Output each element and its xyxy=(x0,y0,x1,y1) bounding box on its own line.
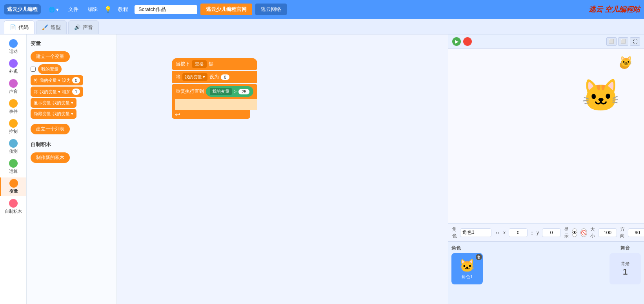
size-label: 大小 xyxy=(590,226,595,239)
section-variables: 变量 xyxy=(31,40,113,47)
costume-icon: 🖌️ xyxy=(42,24,48,30)
make-block-btn[interactable]: 制作新的积木 xyxy=(31,152,70,163)
green-flag-btn[interactable]: ▶ xyxy=(452,37,461,46)
globe-btn[interactable]: 🌐 ▾ xyxy=(45,5,62,14)
bg-label: 背景 xyxy=(621,261,629,267)
set-var-block-row: 将 我的变量 ▾ 设为 0 xyxy=(31,75,113,85)
fullscreen-btn[interactable]: ⛶ xyxy=(630,37,640,46)
set-var-block[interactable]: 将 我的变量 ▾ 设为 0 xyxy=(31,75,83,85)
file-btn[interactable]: 文件 xyxy=(65,4,82,14)
y-input[interactable] xyxy=(542,228,561,237)
stage-area: ▶ ⬜ ⬜ ⛶ 🐱 🐱 xyxy=(448,34,644,304)
tab-sound[interactable]: 🔊 声音 xyxy=(68,20,99,34)
sprite-card-1[interactable]: 🗑 🐱 角色1 xyxy=(451,253,483,284)
navbar: 逃云少儿编程 🌐 ▾ 文件 编辑 💡 教程 逃云少儿编程官网 逃云网络 逃云 空… xyxy=(0,0,644,19)
sidebar-item-variables[interactable]: 变量 xyxy=(0,177,26,196)
repeat-until-wrapper: 重复执行直到 我的变量 > 25 ↩ xyxy=(172,84,257,119)
stage-view-btns: ⬜ ⬜ ⛶ xyxy=(606,37,640,46)
sidebar-item-looks[interactable]: 外观 xyxy=(0,58,26,76)
hat-key: 空格 xyxy=(192,60,207,68)
sidebar-item-operators[interactable]: 运算 xyxy=(0,157,26,176)
red-stop-btn[interactable] xyxy=(463,37,472,46)
hide-var-block-row: 隐藏变量 我的变量 ▾ xyxy=(31,109,113,119)
script-area[interactable]: 当按下 空格 键 将 我的变量 ▾ 设为 0 重复执行直到 xyxy=(117,34,448,304)
section-myblocks: 自制积木 xyxy=(31,141,113,148)
sidebar-item-myblocks[interactable]: 自制积木 xyxy=(0,197,26,216)
y-arrow-icon: ↕ xyxy=(531,230,533,236)
stage-card[interactable]: 背景 1 xyxy=(609,253,641,284)
change-val: 1 xyxy=(72,89,80,95)
small-cat-sprite: 🐱 xyxy=(617,56,632,74)
large-stage-btn[interactable]: ⬜ xyxy=(618,37,628,46)
tutorial-icon: 💡 xyxy=(104,6,112,13)
tabbar: 📄 代码 🖌️ 造型 🔊 声音 xyxy=(0,19,644,34)
xy-icon: ↔ xyxy=(495,230,500,236)
cond-val: 25 xyxy=(238,89,249,94)
stage-canvas: 🐱 🐱 xyxy=(448,49,644,223)
set-val-num: 0 xyxy=(221,74,229,80)
sidebar-item-sound[interactable]: 声音 xyxy=(0,78,26,96)
sprites-panel: 角色 🗑 🐱 角色1 舞台 背景 1 xyxy=(448,241,644,304)
globe-icon: 🌐 xyxy=(49,7,55,13)
stage-panel: 舞台 背景 1 xyxy=(609,245,641,301)
change-var-block[interactable]: 将 我的变量 ▾ 增加 1 xyxy=(31,87,83,97)
y-label: y xyxy=(537,230,539,235)
categories-sidebar: 运动 外观 声音 事件 控制 侦测 运算 变量 xyxy=(0,34,27,304)
sidebar-item-control[interactable]: 控制 xyxy=(0,118,26,136)
cond-var-dd[interactable]: 我的变量 xyxy=(210,88,232,95)
my-var-block: 我的变量 xyxy=(38,64,62,74)
sprite-cat-icon: 🐱 xyxy=(459,258,475,273)
hide-var-block[interactable]: 隐藏变量 我的变量 ▾ xyxy=(31,109,76,119)
show-var-block[interactable]: 显示变量 我的变量 ▾ xyxy=(31,98,76,108)
hide-btn[interactable]: 🚫 xyxy=(580,228,587,237)
repeat-arrow: ↩ xyxy=(175,111,180,118)
sidebar-item-sensing[interactable]: 侦测 xyxy=(0,138,26,156)
edit-btn[interactable]: 编辑 xyxy=(85,4,101,14)
set-val: 0 xyxy=(72,77,80,83)
main-cat-sprite: 🐱 xyxy=(581,80,620,111)
sidebar-item-events[interactable]: 事件 xyxy=(0,98,26,116)
logo-text: 逃云少儿编程 xyxy=(7,6,38,13)
var-dropdown-4[interactable]: 我的变量 ▾ xyxy=(53,111,73,117)
sprite-delete-btn[interactable]: 🗑 xyxy=(476,254,482,260)
stage-top-bar: ▶ ⬜ ⬜ ⛶ xyxy=(448,34,644,49)
bg-count: 1 xyxy=(623,267,628,277)
sidebar-item-motion[interactable]: 运动 xyxy=(0,38,26,56)
create-list-btn[interactable]: 建立一个列表 xyxy=(31,124,70,134)
project-name-input[interactable] xyxy=(135,5,197,14)
var-dropdown-2[interactable]: 我的变量 ▾ xyxy=(40,89,60,95)
tab-code[interactable]: 📄 代码 xyxy=(4,20,35,34)
hat-block[interactable]: 当按下 空格 键 xyxy=(172,58,257,70)
size-input[interactable] xyxy=(598,228,617,237)
script-block-group: 当按下 空格 键 将 我的变量 ▾ 设为 0 重复执行直到 xyxy=(172,58,257,119)
network-btn[interactable]: 逃云网络 xyxy=(255,4,287,15)
code-stack: 当按下 空格 键 将 我的变量 ▾ 设为 0 重复执行直到 xyxy=(172,58,257,119)
logo: 逃云少儿编程 xyxy=(4,4,41,14)
repeat-until-block[interactable]: 重复执行直到 我的变量 > 25 xyxy=(172,84,257,99)
blocks-panel: 变量 建立一个变量 我的变量 将 我的变量 ▾ 设为 0 将 我的变量 ▾ 增加… xyxy=(27,34,117,304)
var-dropdown-3[interactable]: 我的变量 ▾ xyxy=(53,100,73,106)
tab-costume[interactable]: 🖌️ 造型 xyxy=(36,20,67,34)
show-var-block-row: 显示变量 我的变量 ▾ xyxy=(31,98,113,108)
sprites-panel-label: 角色 xyxy=(451,245,483,252)
my-var-checkbox[interactable] xyxy=(31,67,36,72)
create-variable-btn[interactable]: 建立一个变量 xyxy=(31,51,70,62)
var-dropdown-1[interactable]: 我的变量 ▾ xyxy=(40,78,60,83)
small-stage-btn[interactable]: ⬜ xyxy=(606,37,617,46)
my-var-checkbox-row: 我的变量 xyxy=(31,64,113,74)
sound-icon: 🔊 xyxy=(74,24,80,30)
repeat-footer: ↩ xyxy=(172,110,250,119)
tutorial-btn[interactable]: 教程 xyxy=(115,4,131,14)
set-block[interactable]: 将 我的变量 ▾ 设为 0 xyxy=(172,71,257,83)
official-site-btn[interactable]: 逃云少儿编程官网 xyxy=(200,4,252,15)
set-var-dd[interactable]: 我的变量 ▾ xyxy=(182,73,207,81)
x-input[interactable] xyxy=(509,228,528,237)
show-btn[interactable]: 👁 xyxy=(572,228,577,237)
char-name-input[interactable] xyxy=(460,228,491,237)
code-icon: 📄 xyxy=(10,24,16,30)
stage-controls: ▶ xyxy=(452,37,472,46)
props-bar: 角色 ↔ x ↕ y 显示 👁 🚫 大小 方向 xyxy=(448,223,644,241)
sprite1-label: 角色1 xyxy=(462,274,473,280)
globe-chevron: ▾ xyxy=(56,7,59,13)
dir-input[interactable] xyxy=(628,228,644,237)
